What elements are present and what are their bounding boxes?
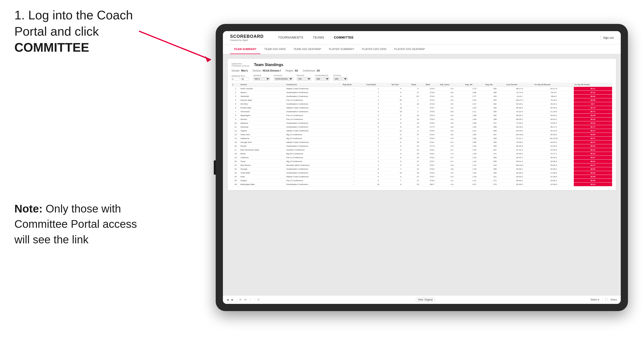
- cell-low-overall: 91-6-0: [506, 95, 534, 98]
- region-select[interactable]: N/A All: [297, 77, 311, 81]
- cell-rnds: 23: [411, 118, 425, 121]
- note-area: Note: Only those with Committee Portal a…: [14, 129, 154, 247]
- min-rounds-max-input[interactable]: [241, 78, 249, 81]
- cell-conference: Pac-12 Conference: [286, 179, 342, 182]
- gender-label: Gender:: [232, 69, 240, 72]
- cell-no-tour: 8: [391, 152, 411, 156]
- cell-wins: 275.7: [425, 106, 439, 110]
- cell-rnds: 23: [411, 121, 425, 125]
- division-select[interactable]: NCAA Division I: [274, 77, 293, 81]
- cell-vs25-record: 40-26-2: [534, 106, 574, 110]
- cell-no-tour: 10: [391, 171, 411, 175]
- cell-conf-rank: 1: [366, 148, 391, 152]
- subnav-team-summary[interactable]: TEAM SUMMARY: [230, 44, 260, 54]
- cell-adj-score: -3.1: [439, 179, 464, 182]
- cell-conf-rank: 9: [366, 171, 391, 175]
- toolbar-share-link-btn[interactable]: Share: [610, 298, 617, 301]
- min-rounds-min-input[interactable]: [232, 78, 240, 81]
- cell-conference: Pac-12 Conference: [286, 156, 342, 160]
- gender-select[interactable]: Men's Women's: [253, 77, 270, 81]
- cell-pts: 80.47: [574, 141, 612, 144]
- cell-low-overall: 83-15-0: [506, 129, 534, 133]
- col-rank: #: [232, 83, 240, 87]
- toolbar-watch-btn[interactable]: Watch ▾: [591, 298, 600, 301]
- table-header-row: Update time: 27/03/2024 16:56:26 Team St…: [232, 63, 612, 67]
- cell-rnds: 23: [411, 114, 425, 118]
- content-panel: Update time: 27/03/2024 16:56:26 Team St…: [228, 59, 616, 190]
- cell-reg-rank: –: [342, 95, 366, 98]
- cell-conf-rank: 6: [366, 125, 391, 129]
- cell-wins: 274.8: [425, 102, 439, 106]
- cell-no-tour: 24: [391, 137, 411, 141]
- subnav-player-summary[interactable]: PLAYER SUMMARY: [325, 44, 358, 54]
- nav-signout[interactable]: Sign out: [603, 36, 614, 39]
- subnav-player-h2h-grid[interactable]: PLAYER H2H GRID: [358, 44, 390, 54]
- cell-reg-rank: –: [342, 102, 366, 106]
- toolbar-share-btn[interactable]: ☍: [244, 298, 246, 301]
- toolbar-clock-btn[interactable]: ⏲: [258, 298, 260, 301]
- cell-adj-score: -4.6: [439, 118, 464, 121]
- cell-avg-sg: 1.85: [464, 141, 484, 144]
- cell-reg-rank: –: [342, 141, 366, 144]
- view-original-button[interactable]: View: Original: [416, 298, 435, 302]
- cell-avg-rd: 282: [484, 87, 506, 91]
- cell-low-overall: 88-17-0: [506, 87, 534, 91]
- toolbar-expand-btn[interactable]: ⛶: [605, 298, 608, 301]
- cell-rnds: 23: [411, 152, 425, 156]
- cell-pts: 87.21: [574, 91, 612, 95]
- cell-no-tour: 9: [391, 148, 411, 152]
- school-select[interactable]: (All): [333, 77, 348, 81]
- gender-filter-label: Gender: [253, 74, 270, 77]
- cell-no-tour: 9: [391, 118, 411, 121]
- conference-value: All: [316, 69, 320, 72]
- cell-conf-rank: 3: [366, 118, 391, 121]
- cell-rank: 7: [232, 110, 240, 114]
- cell-adj-score: -2.0: [439, 171, 464, 175]
- cell-rnds: 7: [411, 106, 425, 110]
- toolbar-refresh-btn[interactable]: ↻: [240, 298, 241, 301]
- cell-adj-score: -6.0: [439, 91, 464, 95]
- cell-low-overall: 62-25-1: [506, 152, 534, 156]
- cell-low-overall: 72-30-1: [506, 121, 534, 125]
- toolbar-back-btn[interactable]: ◀: [227, 298, 229, 301]
- cell-vs25-record: 79-25-1: [534, 98, 574, 102]
- subnav-team-h2h-grid[interactable]: TEAM H2H GRID: [260, 44, 290, 54]
- cell-pts: 85.98: [574, 98, 612, 102]
- cell-school: Arizona State: [240, 98, 286, 102]
- cell-low-overall: 87-21-2: [506, 148, 534, 152]
- cell-conf-rank: 5: [366, 121, 391, 125]
- cell-rank: 17: [232, 148, 240, 152]
- cell-reg-rank: –: [342, 175, 366, 179]
- cell-no-tour: 6: [391, 102, 411, 106]
- cell-rnds: 27: [411, 133, 425, 137]
- conference-select[interactable]: (All): [315, 77, 329, 81]
- step-number: 1.: [14, 8, 25, 22]
- cell-rnds: 24: [411, 144, 425, 148]
- cell-vs25-record: 39-20-1: [534, 114, 574, 118]
- toolbar-more-btn[interactable]: ···: [250, 298, 252, 301]
- cell-avg-sg: 1.85: [464, 133, 484, 137]
- cell-conference: Atlantic Coast Conference: [286, 175, 342, 179]
- cell-adj-score: -3.5: [439, 133, 464, 137]
- col-conf-rank: Conf Rank: [366, 83, 391, 87]
- cell-avg-rd: 215: [484, 164, 506, 167]
- table-row: 6 Florida State Atlantic Coast Conferenc…: [232, 106, 612, 110]
- subnav-player-h2h-heatmap[interactable]: PLAYER H2H HEATMAP: [390, 44, 429, 54]
- table-row: 13 Texas Tech Big 12 Conference – 1 9 27…: [232, 133, 612, 137]
- cell-pts: 80.94: [574, 121, 612, 125]
- subnav-team-h2h-heatmap[interactable]: TEAM H2H HEATMAP: [290, 44, 325, 54]
- toolbar-forward-btn[interactable]: ▶: [232, 298, 234, 301]
- cell-no-tour: 9: [391, 91, 411, 95]
- cell-rank: 16: [232, 144, 240, 148]
- cell-conference: Southern Conference: [286, 148, 342, 152]
- cell-school: Florida: [240, 144, 286, 148]
- cell-pts: 80.71: [574, 110, 612, 114]
- app-logo: SCOREBOARD Powered by clippd: [230, 34, 264, 41]
- nav-tournaments[interactable]: TOURNAMENTS: [273, 31, 308, 44]
- nav-teams[interactable]: TEAMS: [308, 31, 329, 44]
- cell-conference: Atlantic Coast Conference: [286, 141, 342, 144]
- cell-pts: 88.42: [574, 171, 612, 175]
- cell-conference: Southeastern Conference: [286, 125, 342, 129]
- nav-committee[interactable]: COMMITTEE: [329, 31, 358, 44]
- cell-school: Texas: [240, 160, 286, 164]
